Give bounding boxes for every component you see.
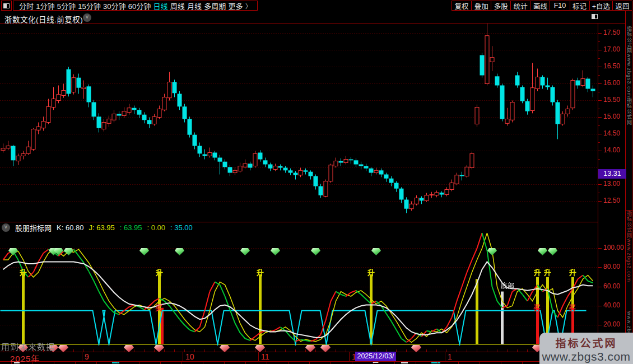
price-label: 15.00 bbox=[603, 113, 620, 120]
price-minor-tick bbox=[598, 41, 600, 42]
rise-signal-label: 升 bbox=[569, 267, 576, 277]
month-separator bbox=[183, 352, 183, 362]
indicator-value-label: 100.00 bbox=[603, 244, 624, 251]
window-split-button[interactable] bbox=[1, 1, 12, 11]
page-title: 浙数文化(日线.前复权) bbox=[4, 13, 83, 25]
cutoff-tick bbox=[331, 362, 331, 364]
chevron-down-icon[interactable]: ˅ bbox=[2, 223, 10, 232]
window-split-icon[interactable] bbox=[592, 14, 598, 19]
date-minor-tick bbox=[487, 349, 487, 352]
cutoff-tick bbox=[309, 362, 310, 364]
price-minor-tick bbox=[598, 75, 600, 76]
date-minor-tick bbox=[275, 349, 276, 352]
main-candlestick-chart[interactable] bbox=[0, 24, 598, 222]
indicator-value-j: J: 63.95 bbox=[89, 223, 114, 232]
date-axis-border bbox=[0, 352, 598, 352]
timeframe-button-多周期[interactable]: 多周期 bbox=[204, 1, 226, 11]
function-toolbar: 复权叠加多股统计画线F10标记+自选返回 bbox=[452, 1, 632, 11]
indicator-value-d: : 63.95 bbox=[120, 223, 142, 232]
date-minor-tick bbox=[215, 349, 215, 352]
price-label: 17.00 bbox=[603, 45, 620, 53]
date-minor-tick bbox=[184, 349, 185, 352]
price-minor-tick bbox=[598, 58, 600, 59]
toolbar-button-+自选[interactable]: +自选 bbox=[590, 1, 613, 10]
price-tick bbox=[598, 134, 602, 134]
date-minor-tick bbox=[477, 349, 477, 352]
cutoff-tick bbox=[32, 362, 33, 364]
date-minor-tick bbox=[336, 349, 336, 352]
timeframe-button-更多[interactable]: 更多 bbox=[229, 1, 243, 11]
more-chevron-icon[interactable]: 〉 bbox=[245, 1, 252, 10]
toolbar-button-多股[interactable]: 多股 bbox=[491, 1, 511, 10]
cutoff-tick bbox=[224, 362, 225, 364]
cutoff-fragment bbox=[14, 362, 20, 363]
timeframe-button-5分钟[interactable]: 5分钟 bbox=[57, 1, 76, 11]
buy-signal-label: 买 bbox=[569, 302, 576, 312]
toolbar-button-标记[interactable]: 标记 bbox=[570, 1, 590, 10]
date-minor-tick bbox=[426, 349, 427, 352]
cutoff-tick bbox=[501, 362, 501, 364]
cutoff-tick bbox=[181, 362, 182, 364]
toolbar-button-F10[interactable]: F10 bbox=[550, 1, 570, 10]
cutoff-tick bbox=[96, 362, 97, 364]
date-minor-tick bbox=[396, 349, 397, 352]
price-tick bbox=[598, 201, 602, 202]
timeframe-button-分时[interactable]: 分时 bbox=[19, 1, 34, 11]
month-separator bbox=[349, 352, 350, 362]
date-minor-tick bbox=[114, 349, 114, 352]
stock-app-window: 分时1分钟5分钟15分钟30分钟60分钟日线周线月线多周期更多〉 复权叠加多股统… bbox=[0, 0, 633, 364]
side-watermark-strip: 指标公式网www.zbgs3.com指标公式网 指标公式网www.zbgs3.c… bbox=[625, 11, 633, 364]
rise-signal-label: 升 bbox=[534, 267, 541, 277]
price-tick bbox=[598, 151, 602, 151]
bottom-signal-label: 底部 bbox=[501, 281, 514, 290]
price-label: 16.00 bbox=[603, 79, 620, 87]
toolbar-button-叠加[interactable]: 叠加 bbox=[472, 1, 491, 10]
cutoff-fragment bbox=[431, 362, 440, 363]
date-minor-tick bbox=[164, 349, 165, 352]
timeframe-button-60分钟[interactable]: 60分钟 bbox=[128, 1, 151, 11]
timeframe-button-日线[interactable]: 日线 bbox=[153, 1, 167, 11]
month-label: 11 bbox=[261, 352, 269, 361]
price-minor-tick bbox=[598, 142, 600, 143]
cutoff-fragment bbox=[401, 362, 408, 363]
cutoff-tick bbox=[288, 362, 288, 364]
price-label: 17.50 bbox=[603, 29, 620, 36]
timeframe-button-15分钟[interactable]: 15分钟 bbox=[78, 1, 100, 11]
indicator-value-e: : 0.00 bbox=[147, 223, 165, 232]
date-minor-tick bbox=[104, 349, 104, 352]
month-label: 10 bbox=[185, 352, 194, 361]
chevron-down-icon[interactable]: ˅ bbox=[83, 13, 91, 22]
date-minor-tick bbox=[507, 349, 508, 352]
price-tick bbox=[598, 117, 602, 118]
toolbar-button-画线[interactable]: 画线 bbox=[530, 1, 550, 10]
price-tick bbox=[598, 50, 602, 50]
timeframe-button-30分钟[interactable]: 30分钟 bbox=[103, 1, 125, 11]
indicator-tick bbox=[598, 306, 602, 306]
price-label: 12.50 bbox=[603, 197, 620, 204]
timeframe-button-周线[interactable]: 周线 bbox=[170, 1, 185, 11]
side-strip-text: 指标公式网www.zbgs3.com bbox=[626, 211, 632, 311]
indicator-name: 股朋指标网 bbox=[15, 222, 52, 233]
date-minor-tick bbox=[346, 349, 346, 352]
toolbar-button-返回[interactable]: 返回 bbox=[613, 1, 632, 10]
toolbar-button-统计[interactable]: 统计 bbox=[511, 1, 530, 10]
indicator-value-label: 20.00 bbox=[603, 320, 620, 328]
date-minor-tick bbox=[517, 349, 518, 352]
month-label: 9 bbox=[85, 352, 89, 361]
rise-signal-label: 升 bbox=[257, 267, 264, 277]
timeframe-button-月线[interactable]: 月线 bbox=[187, 1, 202, 11]
price-label: 14.50 bbox=[603, 129, 620, 137]
cutoff-tick bbox=[245, 362, 246, 364]
watermark-url: www.zbgs3.com bbox=[539, 350, 633, 363]
window-split-icon bbox=[3, 3, 10, 8]
price-label: 14.00 bbox=[603, 146, 620, 154]
date-minor-tick bbox=[457, 349, 457, 352]
date-minor-tick bbox=[265, 349, 266, 352]
cutoff-tick bbox=[267, 362, 267, 364]
indicator-tick bbox=[598, 287, 602, 287]
toolbar-button-复权[interactable]: 复权 bbox=[452, 1, 472, 10]
indicator-value-label: 60.00 bbox=[603, 282, 620, 290]
timeframe-button-1分钟[interactable]: 1分钟 bbox=[36, 1, 54, 11]
date-minor-tick bbox=[406, 349, 407, 352]
cutoff-fragment bbox=[112, 362, 119, 363]
